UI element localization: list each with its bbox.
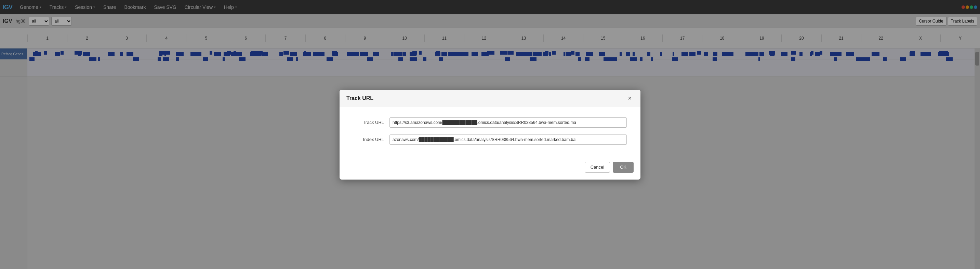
- track-url-label: Track URL: [353, 120, 384, 125]
- modal-body: Track URL Index URL: [340, 107, 640, 158]
- track-url-modal: Track URL × Track URL Index URL Cancel O…: [340, 90, 640, 180]
- ok-button[interactable]: OK: [613, 162, 634, 173]
- cancel-button[interactable]: Cancel: [585, 162, 610, 173]
- track-url-row: Track URL: [353, 117, 627, 128]
- index-url-row: Index URL: [353, 134, 627, 145]
- index-url-input[interactable]: [390, 134, 627, 145]
- modal-footer: Cancel OK: [340, 158, 640, 180]
- index-url-label: Index URL: [353, 137, 384, 142]
- track-url-input[interactable]: [390, 117, 627, 128]
- modal-title: Track URL: [346, 95, 374, 101]
- modal-overlay: Track URL × Track URL Index URL Cancel O…: [0, 0, 980, 269]
- modal-close-button[interactable]: ×: [626, 95, 634, 102]
- modal-header: Track URL ×: [340, 90, 640, 107]
